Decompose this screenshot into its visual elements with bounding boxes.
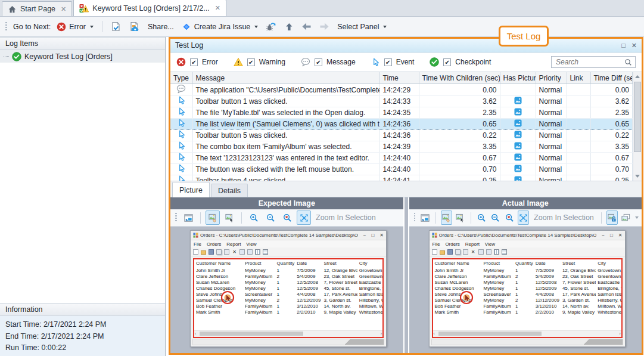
log-row[interactable]: Toolbar button 5 was clicked.14:24:360.2…: [170, 130, 633, 141]
search-box[interactable]: [551, 56, 636, 68]
log-row[interactable]: The combo box item 'FamilyAlbum' was sel…: [170, 141, 633, 153]
picture-compare-area: Expected Image Zoom In Selection Orders …: [170, 197, 642, 353]
pan-button[interactable]: [441, 210, 452, 225]
log-time-cell: 14:24:36: [379, 130, 419, 141]
log-timediff-cell: 0.22: [590, 130, 633, 141]
log-table-header-row[interactable]: Type Message Time Time With Children (se…: [170, 72, 633, 84]
orders-menu-report: Report: [226, 242, 241, 247]
log-type-cell: [170, 84, 192, 96]
log-row[interactable]: The application "C:\Users\Public\Documen…: [170, 84, 633, 96]
tab-start-page[interactable]: Start Page ✕: [2, 1, 72, 16]
zoom-in-button[interactable]: [247, 210, 261, 225]
zoom-sel-button[interactable]: [518, 210, 529, 225]
select-button[interactable]: [222, 210, 237, 225]
zoom-in-button[interactable]: [476, 210, 487, 225]
share-button[interactable]: Share...: [146, 21, 176, 32]
filter-checkbox[interactable]: ✔: [190, 58, 198, 66]
toolbar-grip[interactable]: [414, 213, 415, 222]
filter-message[interactable]: ✔Message: [301, 57, 356, 67]
close-icon[interactable]: ✕: [631, 42, 637, 49]
maximize-icon[interactable]: □: [621, 42, 626, 49]
orders-tool-props-icon: [224, 249, 229, 255]
orders-tool-copy-icon: [455, 249, 461, 255]
filter-checkbox[interactable]: ✔: [443, 58, 451, 66]
lock-button[interactable]: [606, 210, 618, 225]
actual-image-header: Actual Image: [409, 197, 642, 209]
scroll-down-icon[interactable]: [633, 172, 642, 181]
post-issue-button[interactable]: [264, 20, 278, 33]
log-message-cell: The combo box item 'FamilyAlbum' was sel…: [192, 141, 379, 153]
horizontal-scrollbar[interactable]: ‹›: [433, 330, 621, 337]
log-link-cell: [567, 164, 590, 175]
log-link-cell: [567, 175, 590, 182]
select-button[interactable]: [455, 210, 466, 225]
filter-checkbox[interactable]: ✔: [315, 58, 322, 66]
close-icon: ✕: [618, 233, 623, 238]
toolbar-grip[interactable]: [175, 213, 177, 222]
scrollbar-thumb[interactable]: [634, 82, 641, 152]
tab-details[interactable]: Details: [211, 184, 248, 197]
orders-menu-file: File: [433, 242, 440, 247]
orders-grid-column: Customer Name: [433, 259, 482, 267]
orders-grid-row: Susan McLarenMyMoney112/5/20087, Flower …: [433, 279, 621, 285]
zoom-sel-button[interactable]: [297, 210, 311, 225]
log-haspicture-cell: [500, 175, 536, 182]
filter-checkbox[interactable]: ✔: [247, 58, 255, 66]
log-message-cell: The file 'MyTable.tbl' was selected in t…: [192, 107, 379, 119]
toolbar-grip[interactable]: [5, 22, 7, 32]
zoom-reset-button[interactable]: [280, 210, 294, 225]
detach-button[interactable]: [419, 210, 431, 225]
up-arrow-icon: [284, 22, 294, 32]
orders-grid-column: Street: [322, 259, 357, 267]
picture-icon: [514, 153, 522, 161]
select-panel-button[interactable]: Select Panel: [335, 21, 388, 32]
create-jira-issue-button[interactable]: Create Jira Issue: [180, 21, 260, 33]
log-row[interactable]: The text '123123123123' was entered in t…: [170, 153, 633, 164]
filter-checkpoint[interactable]: ✔Checkpoint: [430, 57, 491, 67]
zoom-reset-button[interactable]: [504, 210, 515, 225]
actual-image-viewport[interactable]: Orders - C:\Users\Public\Documents\TestC…: [409, 227, 642, 353]
upload-results-button[interactable]: [127, 20, 142, 33]
search-input[interactable]: [555, 57, 622, 67]
log-row[interactable]: The list view item ('Samuel Clemens', 0)…: [170, 119, 633, 130]
go-to-next-error-button[interactable]: Error: [55, 21, 95, 33]
main-content: Log Items Keyword Test Log [Orders] Info…: [0, 37, 644, 356]
select-panel-label: Select Panel: [337, 23, 379, 31]
close-icon[interactable]: ✕: [61, 5, 66, 13]
log-items-tree-item[interactable]: Keyword Test Log [Orders]: [0, 50, 165, 63]
zoom-out-button[interactable]: [263, 210, 278, 225]
log-row[interactable]: Toolbar button 4 was clicked.14:24:410.2…: [170, 175, 633, 182]
toolbar-separator: [601, 212, 602, 224]
forward-button[interactable]: [318, 21, 331, 32]
scroll-up-icon[interactable]: [633, 72, 642, 81]
back-button[interactable]: [300, 21, 313, 32]
filter-checkbox[interactable]: ✔: [384, 58, 392, 66]
log-row[interactable]: Toolbar button 1 was clicked.14:24:333.6…: [170, 96, 633, 107]
panel-splitter[interactable]: [403, 197, 409, 353]
close-icon: ✕: [379, 233, 384, 238]
log-twc-cell: 3.62: [419, 96, 500, 107]
orders-grid-row: John Smith JrMyMoney17/5/200912, Orange …: [433, 267, 621, 273]
export-results-button[interactable]: [109, 20, 123, 33]
log-row[interactable]: The file 'MyTable.tbl' was selected in t…: [170, 107, 633, 119]
filter-label: Event: [396, 58, 415, 66]
orders-grid-column: City: [357, 259, 382, 267]
filter-error[interactable]: ✔Error: [176, 57, 218, 67]
log-type-cell: [170, 130, 192, 141]
close-icon[interactable]: ✕: [215, 4, 220, 12]
log-row[interactable]: The button was clicked with the left mou…: [170, 164, 633, 175]
orders-tool-table-icon: [263, 249, 268, 255]
tab-keyword-test-log[interactable]: Keyword Test Log [Orders] 2/17/2... ✕: [73, 0, 226, 16]
log-items-pane: Log Items Keyword Test Log [Orders] Info…: [0, 37, 166, 356]
filter-event[interactable]: ✔Event: [371, 58, 415, 67]
zoom-out-button[interactable]: [490, 210, 501, 225]
vertical-scrollbar[interactable]: [633, 72, 642, 181]
tab-picture[interactable]: Picture: [172, 182, 210, 197]
go-up-button[interactable]: [282, 21, 295, 33]
compare-button[interactable]: [620, 210, 631, 225]
expected-image-viewport[interactable]: Orders - C:\Users\Public\Documents\TestC…: [170, 227, 403, 353]
horizontal-scrollbar[interactable]: ‹›: [194, 330, 382, 337]
filter-warning[interactable]: ✔Warning: [234, 57, 285, 67]
pan-button[interactable]: [206, 210, 220, 225]
detach-button[interactable]: [181, 210, 195, 225]
